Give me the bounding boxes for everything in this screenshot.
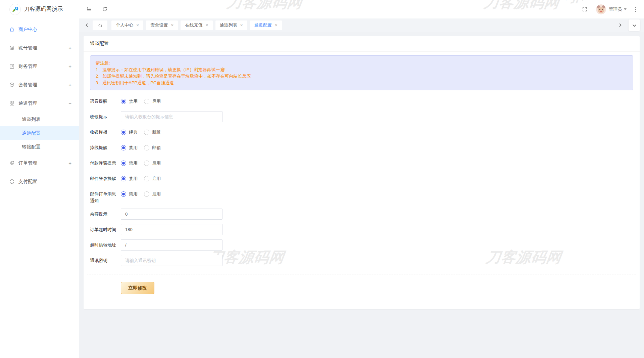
radio-circle-icon — [144, 191, 149, 197]
timeout-redirect-input[interactable] — [121, 239, 222, 251]
sidebar-item-label: 账号管理 — [18, 45, 68, 51]
notice-line: 3、通讯密钥用于APP通道，PC自挂通道 — [96, 80, 628, 86]
radio-circle-icon — [121, 130, 126, 135]
submenu-item-label: 通道配置 — [22, 130, 41, 136]
tab-label: 通道列表 — [220, 22, 237, 28]
radio-option-label: 禁用 — [129, 176, 138, 182]
radio-option-label: 启用 — [152, 160, 161, 166]
topbar: 管理员 — [79, 0, 644, 18]
tab-home[interactable] — [93, 20, 107, 30]
sidebar-item-order-manage[interactable]: 订单管理+ — [0, 154, 79, 172]
sidebar-item-label: 订单管理 — [18, 160, 68, 166]
sidebar-menu: 商户中心账号管理+财务管理+套餐管理+通道管理−通道列表通道配置转接配置订单管理… — [0, 18, 79, 191]
radio-circle-icon — [121, 161, 126, 166]
more-options-icon[interactable] — [634, 6, 638, 12]
form-row-email-order-notify: 邮件订单消息通知禁用启用 — [90, 188, 633, 204]
sidebar-subitem-channel-list[interactable]: 通道列表 — [0, 113, 79, 126]
tabbar: 个人中心×安全设置×在线充值×通道列表×通道配置× — [79, 18, 644, 32]
radio-option[interactable]: 禁用 — [121, 145, 138, 151]
submenu-item-label: 转接配置 — [22, 144, 41, 150]
close-icon[interactable]: × — [205, 23, 208, 28]
radio-option-label: 禁用 — [129, 191, 138, 197]
radio-option-label: 新版 — [152, 129, 161, 135]
close-icon[interactable]: × — [275, 23, 278, 28]
sidebar-item-payment-config[interactable]: 支付配置 — [0, 172, 79, 191]
order-timeout-input[interactable] — [121, 224, 222, 235]
field-control: 禁用启用 — [121, 173, 161, 184]
fullscreen-icon[interactable] — [581, 6, 588, 13]
radio-circle-icon — [144, 145, 149, 150]
radio-option-label: 禁用 — [129, 98, 138, 104]
radio-option[interactable]: 禁用 — [121, 176, 138, 182]
cashier-tip-input[interactable] — [121, 111, 222, 122]
radio-option[interactable]: 经典 — [121, 129, 138, 135]
sidebar-item-label: 支付配置 — [18, 179, 71, 185]
radio-circle-icon — [121, 191, 126, 197]
sidebar-item-label: 财务管理 — [18, 63, 68, 70]
radio-option[interactable]: 邮箱 — [144, 145, 161, 151]
app-window: 刀客源码网演示 商户中心账号管理+财务管理+套餐管理+通道管理−通道列表通道配置… — [0, 0, 644, 358]
sidebar-subitem-channel-config[interactable]: 通道配置 — [0, 126, 79, 140]
form-row-payment-popup-tip: 付款弹窗提示禁用启用 — [90, 158, 633, 169]
config-card: 通道配置 请注意: 1、温馨提示：如在使用中遇到错误，请更换（IE）浏览器再试一… — [84, 36, 640, 309]
field-control — [121, 255, 222, 266]
close-icon[interactable]: × — [136, 23, 139, 28]
submit-button[interactable]: 立即修改 — [121, 282, 154, 294]
tabs-scroll-left-icon[interactable] — [83, 20, 91, 30]
radio-option[interactable]: 启用 — [144, 160, 161, 166]
sidebar: 刀客源码网演示 商户中心账号管理+财务管理+套餐管理+通道管理−通道列表通道配置… — [0, 0, 79, 358]
radio-option[interactable]: 启用 — [144, 191, 161, 197]
radio-option-label: 经典 — [129, 129, 138, 135]
close-icon[interactable]: × — [240, 23, 243, 28]
submenu: 通道列表通道配置转接配置 — [0, 113, 79, 154]
sidebar-item-package-manage[interactable]: 套餐管理+ — [0, 76, 79, 94]
sidebar-item-merchant-center[interactable]: 商户中心 — [0, 20, 79, 39]
user-avatar[interactable] — [596, 4, 606, 14]
tab-security-settings[interactable]: 安全设置× — [146, 20, 178, 30]
order-icon — [9, 160, 15, 166]
radio-option[interactable]: 启用 — [144, 176, 161, 182]
radio-option[interactable]: 新版 — [144, 129, 161, 135]
tab-online-recharge[interactable]: 在线充值× — [181, 20, 212, 30]
balance-tip-input[interactable] — [121, 209, 222, 220]
tabs-scroll-right-icon[interactable] — [616, 20, 624, 30]
radio-option[interactable]: 禁用 — [121, 98, 138, 104]
username-label[interactable]: 管理员 — [609, 6, 622, 12]
sidebar-subitem-transfer-config[interactable]: 转接配置 — [0, 140, 79, 154]
close-icon[interactable]: × — [171, 23, 174, 28]
sidebar-item-channel-manage[interactable]: 通道管理− — [0, 94, 79, 113]
channel-icon — [9, 100, 15, 106]
radio-option-label: 邮箱 — [152, 145, 161, 151]
radio-option[interactable]: 禁用 — [121, 191, 138, 197]
config-form: 语音提醒禁用启用收银提示收银模板经典新版掉线提醒禁用邮箱付款弹窗提示禁用启用邮件… — [90, 96, 633, 266]
refresh-icon[interactable] — [101, 6, 108, 13]
field-label: 掉线提醒 — [90, 142, 119, 153]
chevron-down-icon — [624, 8, 627, 10]
collapse-sidebar-icon[interactable] — [86, 6, 92, 13]
form-divider — [87, 274, 636, 274]
sidebar-item-finance-manage[interactable]: 财务管理+ — [0, 57, 79, 76]
tab-personal-center[interactable]: 个人中心× — [111, 20, 143, 30]
main-header-area: 管理员 个人中心×安全设置×在线充值×通道列表×通道配置× — [79, 0, 644, 32]
field-label: 收银提示 — [90, 111, 119, 122]
expand-indicator: + — [68, 82, 71, 88]
notice-box: 请注意: 1、温馨提示：如在使用中遇到错误，请更换（IE）浏览器再试一遍! 2、… — [90, 55, 633, 90]
notice-line: 1、温馨提示：如在使用中遇到错误，请更换（IE）浏览器再试一遍! — [96, 66, 628, 73]
field-control — [121, 111, 222, 122]
tab-actions-dropdown[interactable] — [629, 19, 640, 31]
sidebar-item-label: 商户中心 — [18, 27, 71, 33]
radio-option[interactable]: 启用 — [144, 98, 161, 104]
tab-channel-config[interactable]: 通道配置× — [250, 20, 282, 30]
form-row-comm-key: 通讯密钥 — [90, 255, 633, 266]
form-row-balance-tip: 余额提示 — [90, 209, 633, 220]
radio-option[interactable]: 禁用 — [121, 160, 138, 166]
radio-option-label: 启用 — [152, 176, 161, 182]
field-label: 通讯密钥 — [90, 255, 119, 266]
comm-key-input[interactable] — [121, 255, 222, 266]
expand-indicator: + — [68, 63, 71, 69]
content-area: 通道配置 请注意: 1、温馨提示：如在使用中遇到错误，请更换（IE）浏览器再试一… — [79, 32, 644, 358]
topbar-right: 管理员 — [581, 4, 638, 14]
field-control: 禁用启用 — [121, 158, 161, 169]
tab-channel-list[interactable]: 通道列表× — [215, 20, 247, 30]
sidebar-item-account-manage[interactable]: 账号管理+ — [0, 39, 79, 57]
